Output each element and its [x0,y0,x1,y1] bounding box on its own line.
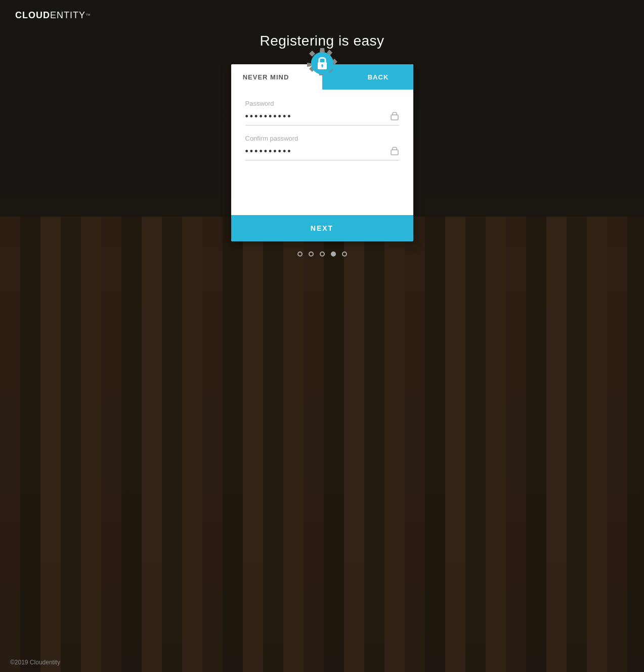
svg-rect-3 [322,65,323,67]
gear-lock-icon [301,43,344,86]
registration-card: NEVER MIND BACK Password [231,64,413,241]
pagination-dot-2[interactable] [309,251,314,257]
confirm-password-lock-icon[interactable] [390,145,399,158]
confirm-password-input-wrapper [245,145,399,160]
svg-rect-4 [391,115,398,120]
pagination-dot-4[interactable] [331,251,336,257]
pagination-dot-5[interactable] [342,251,347,257]
password-label: Password [245,100,399,107]
password-field-group: Password [245,100,399,125]
next-button[interactable]: NEXT [231,215,413,241]
main-content: Registering is easy [0,0,644,672]
footer: ©2019 Cloudentity [10,659,60,666]
svg-rect-5 [391,150,398,155]
confirm-password-field-group: Confirm password [245,135,399,160]
pagination-dot-1[interactable] [297,251,303,257]
card-body: Password Confirm password [231,90,413,215]
copyright-text: ©2019 Cloudentity [10,659,60,666]
password-lock-icon[interactable] [390,110,399,123]
confirm-password-input[interactable] [245,145,386,158]
pagination-dots [231,251,413,257]
password-input-wrapper [245,110,399,125]
password-input[interactable] [245,110,386,123]
card-wrapper: NEVER MIND BACK Password [231,64,413,257]
pagination-dot-3[interactable] [320,251,325,257]
card-spacer [245,170,399,210]
confirm-password-label: Confirm password [245,135,399,142]
